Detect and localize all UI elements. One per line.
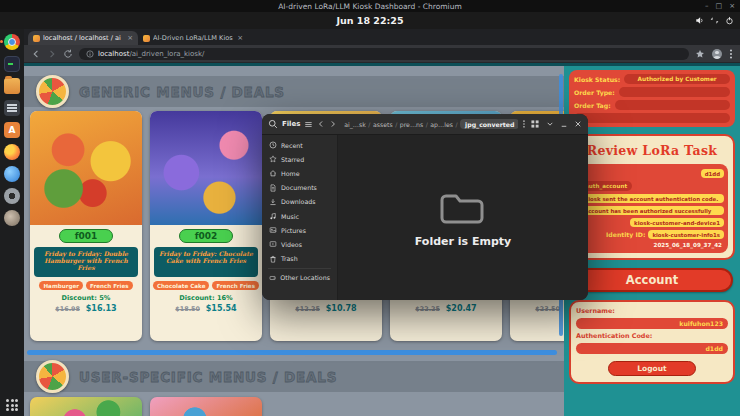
music-icon <box>269 212 277 220</box>
maximize-icon[interactable]: □ <box>716 3 723 10</box>
order-tag-field[interactable] <box>615 100 730 110</box>
volume-icon[interactable] <box>695 16 704 25</box>
menu-card[interactable] <box>30 397 142 416</box>
files-content-area: Folder is Empty <box>338 135 588 300</box>
menu-section-logo <box>36 75 69 108</box>
auth-code-field[interactable]: d1dd <box>576 343 728 354</box>
menu-section-logo <box>36 360 69 393</box>
view-toggle-icon[interactable] <box>530 119 540 129</box>
sidebar-item-music[interactable]: Music <box>262 209 337 223</box>
tab-localhost[interactable]: localhost / localhost / ai × <box>28 31 138 45</box>
minimize-icon[interactable] <box>560 120 568 128</box>
tab-close-icon[interactable]: × <box>237 34 243 42</box>
tab-strip: localhost / localhost / ai × AI-Driven L… <box>24 29 740 45</box>
menu-card[interactable]: f001 Friday to Friday: Double Hamburger … <box>30 111 142 341</box>
site-info-icon[interactable] <box>86 50 94 58</box>
menu-code-badge: f002 <box>179 229 234 243</box>
menu-deal-description: Friday to Friday: Double Hamburger with … <box>34 247 138 277</box>
chevron-down-icon[interactable] <box>546 120 554 128</box>
price-row: $18.50 $15.54 <box>150 304 262 313</box>
device-id-value: kiosk-customer-and-device1 <box>630 218 724 227</box>
sidebar-item-pictures[interactable]: Pictures <box>262 223 337 237</box>
sidebar-item-other-locations[interactable]: Other Locations <box>262 271 337 285</box>
dock-item-gimp[interactable] <box>4 210 20 226</box>
trash-icon <box>269 255 277 263</box>
close-icon[interactable] <box>574 120 582 128</box>
dock: A <box>0 29 24 416</box>
dock-item-terminal[interactable] <box>4 56 20 72</box>
window-title: AI-driven LoRa/LLM Kiosk Dashboard - Chr… <box>278 2 462 11</box>
sidebar-item-recent[interactable]: Recent <box>262 138 337 152</box>
dock-item-blue-app[interactable] <box>4 166 20 182</box>
sidebar-item-home[interactable]: Home <box>262 166 337 180</box>
network-icon[interactable] <box>710 16 719 25</box>
close-icon[interactable]: × <box>729 3 735 10</box>
power-icon[interactable] <box>725 16 734 25</box>
path-menu-icon[interactable] <box>522 119 526 129</box>
sidebar-item-documents[interactable]: Documents <box>262 181 337 195</box>
recent-icon <box>269 141 277 149</box>
dock-item-text-editor[interactable] <box>4 100 20 116</box>
address-bar[interactable]: localhost/ai_driven_lora_kiosk/ <box>79 48 689 60</box>
tab-close-icon[interactable]: × <box>127 34 133 42</box>
account-button[interactable]: Account <box>571 268 733 292</box>
dock-item-settings[interactable] <box>4 188 20 204</box>
files-app-title: Files <box>282 120 301 128</box>
back-icon[interactable] <box>31 49 41 59</box>
dock-item-firefox[interactable] <box>4 144 20 160</box>
empty-folder-message: Folder is Empty <box>415 235 511 248</box>
price-row: $12.25 $10.78 <box>270 304 382 313</box>
show-apps-icon[interactable] <box>6 399 18 411</box>
menu-card[interactable]: f002 Friday to Friday: Chocolate Cake wi… <box>150 111 262 341</box>
menu-tag: Hamburger <box>39 281 83 290</box>
code-sent-message: Kiosk sent the account authentication co… <box>580 194 724 203</box>
forward-icon[interactable] <box>47 49 57 59</box>
sidebar-item-starred[interactable]: Starred <box>262 152 337 166</box>
sidebar-item-downloads[interactable]: Downloads <box>262 195 337 209</box>
order-type-field[interactable] <box>619 87 730 97</box>
clock[interactable]: Jun 18 22:25 <box>336 15 403 26</box>
browser-menu-icon[interactable] <box>729 48 733 60</box>
logout-button[interactable]: Logout <box>608 361 696 376</box>
bookmark-star-icon[interactable] <box>695 49 705 59</box>
profile-avatar[interactable] <box>712 49 722 59</box>
price-new: $20.47 <box>446 304 477 313</box>
timestamp-value: 2025_06_18_09_37_42 <box>580 242 724 248</box>
menu-card-image <box>150 111 262 225</box>
back-chevron-icon[interactable] <box>317 120 325 128</box>
breadcrumb-segment-current[interactable]: jpg_converted <box>460 119 518 129</box>
menu-card[interactable] <box>150 397 262 416</box>
hamburger-icon[interactable] <box>304 120 313 129</box>
order-extra-field[interactable] <box>574 113 730 123</box>
system-tray[interactable] <box>695 12 734 29</box>
order-type-label: Order Type: <box>574 89 615 96</box>
sidebar-item-videos[interactable]: Videos <box>262 237 337 251</box>
breadcrumb-segment[interactable]: ap…les <box>430 121 453 128</box>
sidebar-item-label: Other Locations <box>280 274 330 281</box>
reload-icon[interactable] <box>63 49 73 59</box>
forward-chevron-icon[interactable] <box>329 120 337 128</box>
kiosk-status-value: Authorized by Customer <box>624 74 730 84</box>
tab-favicon <box>33 35 40 42</box>
breadcrumb-segment[interactable]: ai_…sk <box>344 121 366 128</box>
empty-folder-icon <box>440 188 486 226</box>
dock-item-chromium[interactable] <box>4 34 20 50</box>
minimize-icon[interactable]: – <box>705 3 709 10</box>
sidebar-item-label: Pictures <box>281 227 306 234</box>
identity-id-value: kiosk-customer-info1s <box>648 230 724 239</box>
sidebar-item-trash[interactable]: Trash <box>262 252 337 266</box>
sidebar-item-label: Home <box>281 170 300 177</box>
horizontal-scrollbar[interactable] <box>27 350 557 355</box>
dock-item-software[interactable]: A <box>4 122 20 138</box>
search-icon[interactable] <box>268 119 278 129</box>
files-headerbar: Files ai_…sk / assets / pre…ns / ap…les … <box>262 114 588 135</box>
home-icon <box>269 169 277 177</box>
username-field[interactable]: kuifuhon123 <box>576 318 728 329</box>
breadcrumb-segment[interactable]: pre…ns <box>400 121 423 128</box>
star-icon <box>269 155 277 163</box>
tab-kiosk-dashboard[interactable]: AI-Driven LoRa/LLM Kios × <box>138 31 248 45</box>
dock-item-files[interactable] <box>4 78 20 94</box>
breadcrumb-segment[interactable]: assets <box>373 121 393 128</box>
price-row: $22.25 $20.47 <box>390 304 502 313</box>
order-tag-label: Order Tag: <box>574 102 611 109</box>
